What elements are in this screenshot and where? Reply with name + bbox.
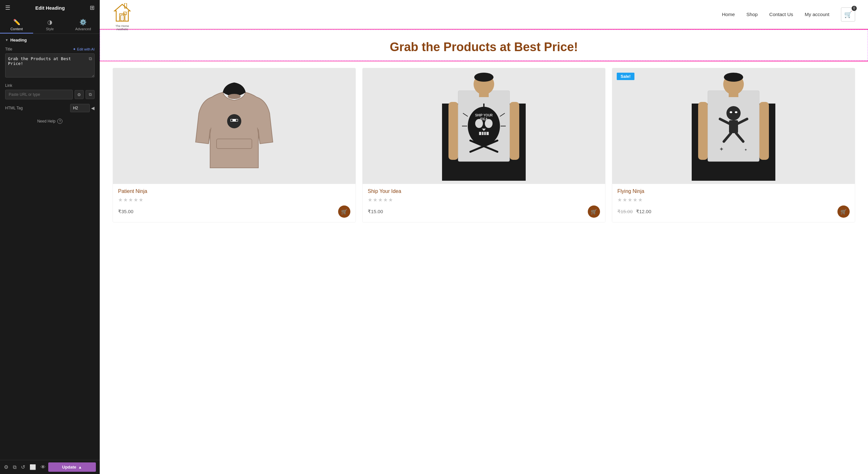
main-heading: Grab the Products at Best Price! [113, 40, 855, 54]
star-3-4: ★ [633, 197, 637, 203]
svg-point-12 [236, 119, 238, 121]
update-label: Update [62, 465, 76, 470]
sale-badge: Sale! [617, 73, 634, 80]
star-1-3: ★ [128, 197, 133, 203]
link-field-label: Link [5, 83, 95, 88]
need-help-row[interactable]: Need Help ? [5, 119, 95, 124]
edit-ai-button[interactable]: ✦ Edit with AI [73, 47, 95, 52]
star-1-5: ★ [139, 197, 143, 203]
price-2: ₹15.00 [368, 209, 383, 214]
product-name-3: Flying Ninja [617, 188, 850, 194]
preview-icon[interactable]: 👁 [40, 464, 46, 470]
product-card-1: Patient Ninja ★ ★ ★ ★ ★ ₹35.00 🛒 [113, 68, 356, 223]
product-info-3: Flying Ninja ★ ★ ★ ★ ★ ₹15.00 ₹12.00 🛒 [612, 184, 855, 222]
add-to-cart-3[interactable]: 🛒 [837, 206, 850, 218]
svg-point-5 [228, 94, 241, 99]
product-footer-1: ₹35.00 🛒 [118, 206, 350, 218]
update-chevron-icon: ▲ [78, 465, 82, 470]
hamburger-icon[interactable]: ☰ [5, 4, 10, 11]
star-2-2: ★ [373, 197, 377, 203]
product-footer-2: ₹15.00 🛒 [368, 206, 600, 218]
star-3-3: ★ [628, 197, 632, 203]
svg-rect-38 [759, 102, 769, 160]
html-tag-select[interactable]: H1 H2 H3 H4 H5 H6 div span p [70, 104, 90, 112]
cart-button[interactable]: 🛒 0 [841, 7, 855, 22]
star-2-4: ★ [383, 197, 388, 203]
cart-icon: 🛒 [844, 11, 852, 18]
svg-rect-44 [729, 120, 738, 133]
section-arrow-icon: ▼ [5, 38, 8, 42]
nav-contact[interactable]: Contact Us [769, 11, 793, 17]
title-label-text: Title [5, 47, 12, 52]
star-2-5: ★ [388, 197, 393, 203]
nav-home[interactable]: Home [722, 11, 735, 17]
html-tag-collapse-button[interactable]: ◀ [91, 105, 95, 110]
product-card-3: Sale! [612, 68, 855, 223]
textarea-copy-button[interactable]: ⧉ [89, 56, 92, 61]
site-logo: The Home Aesthetic [113, 3, 132, 26]
update-button[interactable]: Update ▲ [48, 463, 96, 472]
product-image-2: SHIP YOUR IDEA [442, 71, 526, 181]
product-image-1 [192, 71, 276, 181]
product-image-3: ✦ ✦ [692, 71, 775, 181]
add-to-cart-1[interactable]: 🛒 [338, 206, 350, 218]
svg-rect-37 [698, 102, 708, 160]
link-copy-button[interactable]: ⧉ [86, 90, 95, 99]
nav-shop[interactable]: Shop [746, 11, 758, 17]
nav-myaccount[interactable]: My account [805, 11, 829, 17]
site-navbar: The Home Aesthetic Home Shop Contact Us … [100, 0, 868, 29]
svg-point-35 [474, 73, 494, 82]
bottom-bar: ⚙ ⧉ ↺ ⬜ 👁 Update ▲ [0, 460, 100, 474]
tab-style-label: Style [46, 27, 54, 31]
cart-badge: 0 [851, 6, 857, 11]
product-info-2: Ship Your Idea ★ ★ ★ ★ ★ ₹15.00 🛒 [363, 184, 605, 222]
tab-advanced[interactable]: ⚙️ Advanced [67, 15, 100, 33]
svg-point-17 [468, 107, 500, 145]
original-price-3: ₹15.00 [617, 209, 633, 214]
star-1-4: ★ [133, 197, 138, 203]
edit-ai-label: Edit with AI [77, 47, 95, 51]
svg-text:✦: ✦ [744, 148, 747, 152]
link-field-row: Link ⚙ ⧉ [5, 83, 95, 99]
logo-house-icon [113, 3, 132, 23]
product-price-2: ₹15.00 [368, 209, 383, 215]
section-heading[interactable]: ▼ Heading [5, 38, 95, 42]
svg-point-42 [730, 111, 732, 113]
svg-rect-52 [729, 91, 738, 97]
panel-tabs: ✏️ Content ◑ Style ⚙️ Advanced [0, 15, 100, 34]
tab-style[interactable]: ◑ Style [33, 15, 66, 33]
star-3-1: ★ [617, 197, 622, 203]
grid-icon[interactable]: ⊞ [90, 4, 95, 11]
link-input[interactable] [5, 90, 73, 99]
product-stars-1: ★ ★ ★ ★ ★ [118, 197, 350, 203]
tab-content-label: Content [10, 27, 23, 31]
link-row: ⚙ ⧉ [5, 90, 95, 99]
svg-text:✦: ✦ [719, 146, 724, 152]
products-grid: Patient Ninja ★ ★ ★ ★ ★ ₹35.00 🛒 [113, 68, 855, 223]
star-3-5: ★ [638, 197, 643, 203]
html-tag-label: HTML Tag [5, 106, 23, 110]
product-stars-2: ★ ★ ★ ★ ★ [368, 197, 600, 203]
svg-text:SHIP YOUR: SHIP YOUR [475, 114, 493, 117]
product-name-1: Patient Ninja [118, 188, 350, 194]
history-icon[interactable]: ↺ [21, 464, 25, 470]
product-info-1: Patient Ninja ★ ★ ★ ★ ★ ₹35.00 🛒 [113, 184, 355, 222]
link-settings-button[interactable]: ⚙ [75, 90, 84, 99]
add-to-cart-2[interactable]: 🛒 [588, 206, 600, 218]
product-footer-3: ₹15.00 ₹12.00 🛒 [617, 206, 850, 218]
html-tag-select-wrapper: H1 H2 H3 H4 H5 H6 div span p ◀ [70, 104, 95, 112]
products-section: Patient Ninja ★ ★ ★ ★ ★ ₹35.00 🛒 [100, 61, 868, 229]
tab-content[interactable]: ✏️ Content [0, 15, 33, 33]
svg-rect-34 [479, 91, 489, 97]
help-circle-icon: ? [57, 119, 62, 124]
need-help-text: Need Help [37, 119, 56, 124]
responsive-icon[interactable]: ⬜ [30, 464, 36, 470]
settings-icon[interactable]: ⚙ [4, 464, 8, 470]
panel-title: Edit Heading [35, 5, 65, 11]
title-textarea[interactable]: Grab the Products at Best Price! [5, 53, 95, 77]
star-2-3: ★ [378, 197, 382, 203]
svg-rect-14 [448, 102, 458, 160]
layers-icon[interactable]: ⧉ [13, 464, 17, 470]
svg-text:IDEA: IDEA [480, 117, 488, 121]
product-price-1: ₹35.00 [118, 209, 133, 215]
